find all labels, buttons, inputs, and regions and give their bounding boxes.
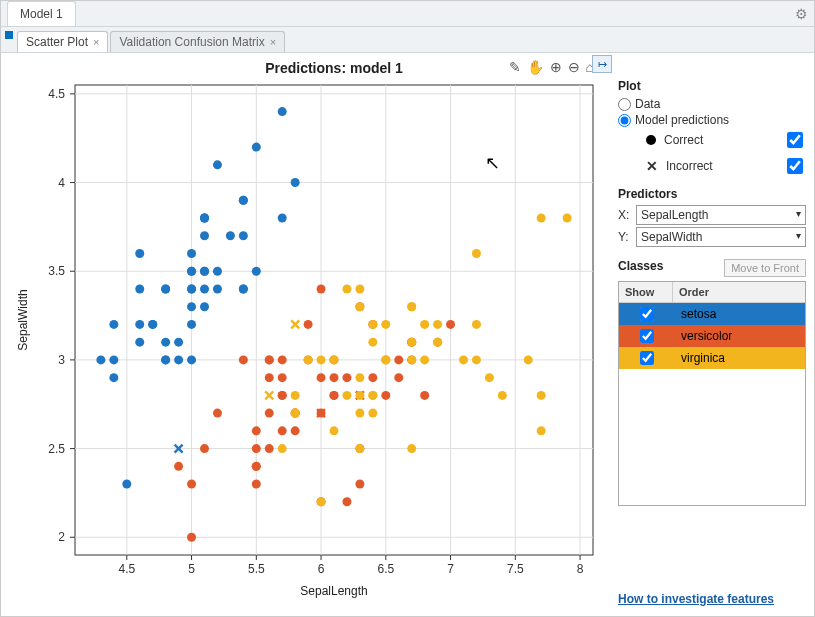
zoom-in-icon[interactable]: ⊕ (550, 59, 562, 75)
svg-point-104 (394, 373, 403, 382)
prediction-legend: Correct ✕ Incorrect (646, 129, 806, 177)
svg-text:5: 5 (188, 562, 195, 576)
svg-text:7.5: 7.5 (507, 562, 524, 576)
svg-point-124 (317, 373, 326, 382)
svg-point-119 (330, 391, 339, 400)
svg-point-100 (381, 391, 390, 400)
svg-text:5.5: 5.5 (248, 562, 265, 576)
svg-point-56 (239, 231, 248, 240)
legend-incorrect-checkbox[interactable] (787, 158, 803, 174)
svg-point-193 (355, 444, 364, 453)
svg-point-144 (200, 444, 209, 453)
svg-point-71 (187, 355, 196, 364)
svg-point-69 (200, 302, 209, 311)
radio-model-predictions[interactable]: Model predictions (618, 113, 806, 127)
svg-point-86 (109, 320, 118, 329)
class-show-checkbox[interactable] (640, 351, 654, 365)
tab-scatter-plot-label: Scatter Plot (26, 35, 88, 49)
close-icon[interactable]: × (93, 36, 99, 48)
svg-point-50 (187, 249, 196, 258)
model-tab[interactable]: Model 1 (7, 1, 76, 26)
svg-point-125 (278, 426, 287, 435)
svg-point-174 (342, 391, 351, 400)
svg-point-171 (355, 409, 364, 418)
tab-confusion-matrix[interactable]: Validation Confusion Matrix × (110, 31, 285, 52)
predictors-heading: Predictors (618, 187, 806, 201)
svg-text:Predictions: model 1: Predictions: model 1 (265, 60, 403, 76)
legend-correct-label: Correct (664, 133, 703, 147)
svg-point-162 (278, 444, 287, 453)
svg-point-109 (330, 373, 339, 382)
investigate-features-link[interactable]: How to investigate features (618, 592, 774, 606)
svg-point-166 (537, 214, 546, 223)
radio-data-input[interactable] (618, 98, 631, 111)
class-show-cell (619, 347, 673, 369)
svg-point-142 (278, 373, 287, 382)
svg-point-177 (472, 355, 481, 364)
svg-point-143 (342, 373, 351, 382)
svg-point-158 (472, 249, 481, 258)
svg-point-80 (187, 320, 196, 329)
svg-point-138 (291, 426, 300, 435)
svg-text:6: 6 (318, 562, 325, 576)
svg-point-157 (407, 444, 416, 453)
svg-point-156 (485, 373, 494, 382)
x-predictor-select[interactable]: SepalLength (636, 205, 806, 225)
chart-pane: ↦ ✎ ✋ ⊕ ⊖ ⌂ 4.555.566.577.5822.533.544.5… (5, 57, 612, 612)
svg-point-194 (381, 355, 390, 364)
svg-point-133 (355, 480, 364, 489)
radio-model-label: Model predictions (635, 113, 729, 127)
radio-data[interactable]: Data (618, 97, 806, 111)
svg-point-179 (563, 214, 572, 223)
svg-point-134 (265, 355, 274, 364)
svg-point-178 (498, 391, 507, 400)
x-predictor-value: SepalLength (641, 208, 708, 222)
svg-point-110 (265, 373, 274, 382)
svg-point-68 (135, 249, 144, 258)
class-row[interactable]: virginica (619, 347, 805, 369)
svg-point-168 (317, 497, 326, 506)
svg-point-59 (96, 355, 105, 364)
y-predictor-select[interactable]: SepalWidth (636, 227, 806, 247)
class-row[interactable]: setosa (619, 303, 805, 325)
class-show-cell (619, 303, 673, 325)
radio-model-input[interactable] (618, 114, 631, 127)
legend-correct-checkbox[interactable] (787, 132, 803, 148)
svg-point-103 (174, 462, 183, 471)
pan-icon[interactable]: ✋ (527, 59, 544, 75)
svg-point-130 (239, 355, 248, 364)
svg-point-189 (291, 409, 300, 418)
svg-point-93 (187, 302, 196, 311)
scatter-chart[interactable]: 4.555.566.577.5822.533.544.5Predictions:… (5, 57, 609, 609)
svg-point-160 (368, 409, 377, 418)
zoom-out-icon[interactable]: ⊖ (568, 59, 580, 75)
settings-gear-icon[interactable]: ⚙ (795, 6, 808, 22)
sub-tab-strip: Scatter Plot × Validation Confusion Matr… (1, 27, 814, 53)
svg-text:4: 4 (58, 176, 65, 190)
class-show-checkbox[interactable] (640, 329, 654, 343)
svg-point-61 (278, 107, 287, 116)
svg-point-83 (200, 284, 209, 293)
svg-point-62 (239, 196, 248, 205)
close-icon[interactable]: × (270, 36, 276, 48)
svg-point-77 (239, 284, 248, 293)
svg-point-181 (355, 391, 364, 400)
dot-icon (646, 135, 656, 145)
svg-point-85 (122, 480, 131, 489)
class-name-label: virginica (681, 351, 725, 365)
brush-icon[interactable]: ✎ (509, 59, 521, 75)
class-show-cell (619, 325, 673, 347)
class-order-cell: versicolor (673, 325, 805, 347)
svg-point-182 (330, 426, 339, 435)
plot-section: Plot Data Model predictions Correct (618, 79, 806, 177)
svg-point-47 (174, 355, 183, 364)
export-figure-icon[interactable]: ↦ (592, 55, 612, 73)
svg-text:6.5: 6.5 (377, 562, 394, 576)
radio-data-label: Data (635, 97, 660, 111)
svg-point-187 (407, 338, 416, 347)
move-to-front-button[interactable]: Move to Front (724, 259, 806, 277)
tab-scatter-plot[interactable]: Scatter Plot × (17, 31, 108, 52)
class-row[interactable]: versicolor (619, 325, 805, 347)
svg-point-183 (355, 284, 364, 293)
class-show-checkbox[interactable] (640, 307, 654, 321)
